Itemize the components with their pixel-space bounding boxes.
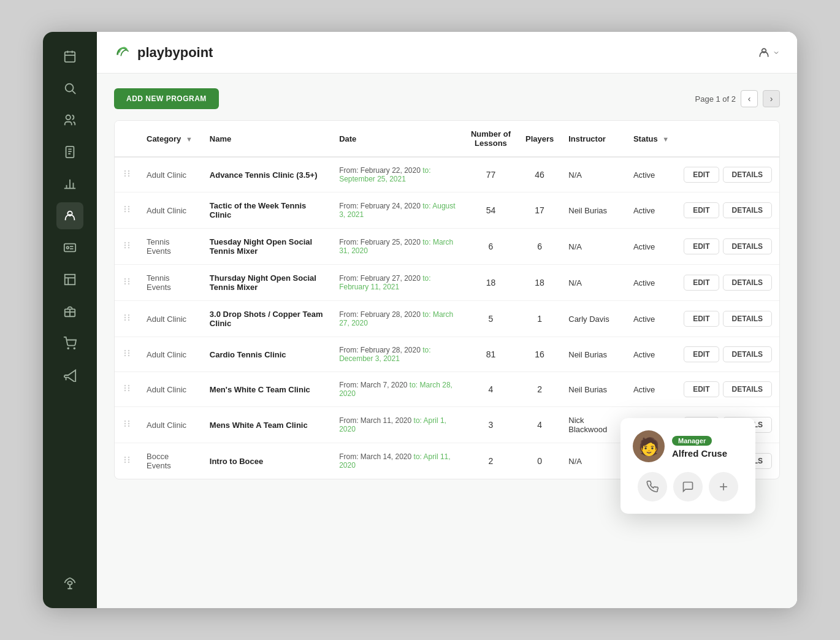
svg-point-43	[124, 247, 126, 248]
add-new-program-button[interactable]: ADD NEW PROGRAM	[114, 88, 219, 109]
table-row: Adult Clinic Tactic of the Week Tennis C…	[115, 192, 779, 229]
row-instructor: Nick Blackwood	[561, 407, 626, 443]
category-filter-icon[interactable]: ▼	[186, 135, 193, 143]
svg-line-5	[72, 91, 75, 94]
next-page-button[interactable]: ›	[763, 90, 780, 107]
drag-handle[interactable]	[115, 407, 139, 443]
edit-button[interactable]: EDIT	[684, 202, 719, 218]
pagination: Page 1 of 2 ‹ ›	[695, 90, 781, 107]
add-action-button[interactable]	[709, 472, 738, 501]
svg-point-41	[124, 242, 126, 243]
row-name: 3.0 Drop Shots / Copper Team Clinic	[202, 301, 332, 337]
edit-button[interactable]: EDIT	[684, 167, 719, 183]
row-instructor: N/A	[561, 443, 626, 479]
svg-point-48	[124, 281, 126, 282]
svg-point-51	[128, 281, 129, 282]
sidebar-icon-building[interactable]	[56, 266, 83, 293]
popup-user-name: Alfred Cruse	[672, 448, 727, 459]
sidebar	[43, 32, 97, 608]
svg-point-42	[124, 245, 126, 246]
svg-point-70	[128, 390, 129, 391]
row-category: Adult Clinic	[139, 407, 202, 443]
sidebar-icon-cart[interactable]	[56, 330, 83, 357]
svg-point-22	[67, 348, 69, 349]
svg-point-49	[124, 283, 126, 284]
svg-point-71	[124, 421, 126, 422]
row-actions: EDIT DETAILS	[676, 301, 779, 337]
edit-button[interactable]: EDIT	[684, 275, 719, 291]
row-actions: EDIT DETAILS	[676, 192, 779, 229]
row-date: From: February 27, 2020 to: February 11,…	[332, 265, 464, 301]
edit-button[interactable]: EDIT	[684, 238, 719, 254]
drag-handle[interactable]	[115, 229, 139, 265]
sidebar-icon-report[interactable]	[56, 139, 83, 166]
col-status[interactable]: Status ▼	[626, 121, 676, 157]
drag-handle[interactable]	[115, 265, 139, 301]
edit-button[interactable]: EDIT	[684, 311, 719, 327]
edit-button[interactable]: EDIT	[684, 346, 719, 362]
row-category: Adult Clinic	[139, 157, 202, 192]
drag-handle[interactable]	[115, 372, 139, 407]
drag-handle[interactable]	[115, 443, 139, 479]
drag-handle[interactable]	[115, 337, 139, 372]
user-menu[interactable]	[758, 47, 780, 59]
details-button[interactable]: DETAILS	[723, 346, 772, 362]
row-actions: EDIT DETAILS	[676, 337, 779, 372]
row-date: From: February 24, 2020 to: August 3, 20…	[332, 192, 464, 229]
sidebar-icon-gift[interactable]	[56, 298, 83, 325]
svg-point-38	[128, 206, 129, 207]
col-lessons: Number ofLessons	[464, 121, 518, 157]
svg-point-54	[124, 317, 126, 318]
sidebar-icon-id[interactable]	[56, 234, 83, 261]
sidebar-icon-group[interactable]	[56, 202, 83, 229]
edit-button[interactable]: EDIT	[684, 381, 719, 397]
row-date: From: February 25, 2020 to: March 31, 20…	[332, 229, 464, 265]
row-date: From: February 28, 2020 to: March 27, 20…	[332, 301, 464, 337]
row-status: Active	[626, 301, 676, 337]
svg-rect-0	[65, 52, 75, 63]
details-button[interactable]: DETAILS	[723, 238, 772, 254]
sidebar-icon-megaphone[interactable]	[56, 362, 83, 389]
col-drag	[115, 121, 139, 157]
details-button[interactable]: DETAILS	[723, 202, 772, 218]
status-filter-icon[interactable]: ▼	[662, 135, 669, 143]
header: playbypoint	[97, 32, 797, 74]
row-actions: EDIT DETAILS	[676, 157, 779, 192]
drag-handle[interactable]	[115, 157, 139, 192]
col-instructor: Instructor	[561, 121, 626, 157]
popup-user-info: 🧑 Manager Alfred Cruse	[633, 430, 743, 462]
details-button[interactable]: DETAILS	[723, 167, 772, 183]
svg-point-17	[67, 246, 69, 249]
svg-point-55	[124, 319, 126, 321]
row-instructor: N/A	[561, 265, 626, 301]
svg-point-61	[124, 355, 126, 356]
svg-point-66	[124, 387, 126, 389]
row-lessons: 77	[464, 157, 518, 192]
svg-point-77	[124, 457, 126, 458]
svg-point-59	[124, 350, 126, 351]
details-button[interactable]: DETAILS	[723, 311, 772, 327]
prev-page-button[interactable]: ‹	[741, 90, 758, 107]
drag-handle[interactable]	[115, 301, 139, 337]
details-button[interactable]: DETAILS	[723, 381, 772, 397]
table-row: Adult Clinic 3.0 Drop Shots / Copper Tea…	[115, 301, 779, 337]
call-action-button[interactable]	[638, 472, 667, 501]
sidebar-icon-search[interactable]	[56, 75, 83, 102]
sidebar-icon-chart[interactable]	[56, 170, 83, 197]
svg-rect-20	[65, 275, 75, 285]
row-name: Men's White C Team Clinic	[202, 372, 332, 407]
drag-handle[interactable]	[115, 192, 139, 229]
svg-point-73	[124, 425, 126, 427]
svg-point-32	[128, 170, 129, 172]
svg-point-46	[128, 247, 129, 248]
row-category: Tennis Events	[139, 229, 202, 265]
sidebar-icon-users[interactable]	[56, 107, 83, 134]
col-category[interactable]: Category ▼	[139, 121, 202, 157]
message-action-button[interactable]	[673, 472, 703, 501]
row-name: Advance Tennis Clinic (3.5+)	[202, 157, 332, 192]
svg-point-50	[128, 278, 129, 280]
sidebar-icon-dish[interactable]	[56, 570, 83, 597]
sidebar-icon-calendar[interactable]	[56, 43, 83, 70]
row-date: From: February 22, 2020 to: September 25…	[332, 157, 464, 192]
details-button[interactable]: DETAILS	[723, 275, 772, 291]
